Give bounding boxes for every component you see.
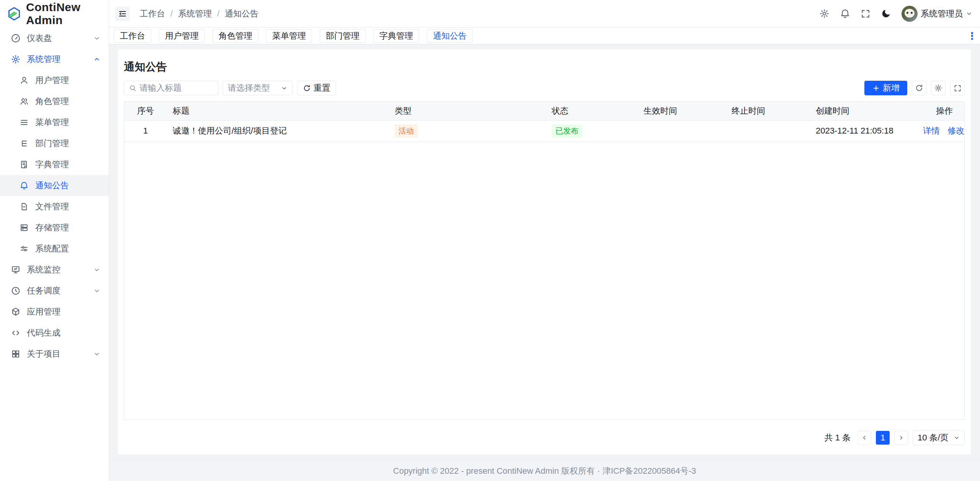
sidebar-item-dashboard[interactable]: 仪表盘 [0,28,109,49]
plus-icon [872,84,880,92]
notifications-button[interactable] [840,8,850,19]
sidebar-item-file-management[interactable]: 文件管理 [0,196,109,217]
tab-workbench[interactable]: 工作台 [114,29,151,43]
search-input-wrapper [124,81,218,95]
tab-role-management[interactable]: 角色管理 [212,29,258,43]
sidebar-item-label: 系统配置 [35,243,69,254]
footer: Copyright © 2022 - present ContiNew Admi… [109,461,980,481]
user-menu[interactable]: 系统管理员 [902,6,972,22]
sidebar-item-user-management[interactable]: 用户管理 [0,70,109,91]
sidebar-item-dictionary-management[interactable]: 字典管理 [0,154,109,175]
cell-effective-time [637,120,725,142]
column-header-end-time: 终止时间 [725,102,810,120]
cell-title: 诚邀！使用公司/组织/项目登记 [167,120,389,142]
chevron-right-icon [898,435,904,441]
users-icon [19,97,29,106]
sidebar-item-role-management[interactable]: 角色管理 [0,91,109,112]
breadcrumb-item-workbench[interactable]: 工作台 [140,8,165,20]
sidebar-item-system-config[interactable]: 系统配置 [0,238,109,259]
page-number-button[interactable]: 1 [876,431,890,445]
menu-fold-icon [118,9,127,18]
refresh-table-button[interactable] [912,81,926,95]
type-select[interactable]: 请选择类型 [223,81,292,95]
breadcrumb-item-system-management[interactable]: 系统管理 [178,8,212,20]
column-settings-button[interactable] [931,81,946,95]
menu-lines-icon [19,118,29,127]
tab-menu-management[interactable]: 菜单管理 [266,29,312,43]
bell-icon [19,181,29,190]
chevron-down-icon [954,435,960,441]
user-icon [19,76,29,85]
notice-table: 序号 标题 类型 状态 生效时间 终止时间 创建时间 操作 [124,101,965,420]
add-button[interactable]: 新增 [864,81,907,95]
sidebar-item-code-generation[interactable]: 代码生成 [0,322,109,343]
sliders-icon [19,244,29,253]
logo[interactable]: ContiNew Admin [0,0,109,28]
tab-more-icon[interactable]: ⋮ [967,31,977,41]
theme-toggle-button[interactable] [881,8,891,19]
tab-notice[interactable]: 通知公告 [427,29,473,43]
previous-page-button[interactable] [858,431,871,445]
tab-user-management[interactable]: 用户管理 [159,29,205,43]
refresh-icon [915,84,923,92]
header-actions: 系统管理员 [819,6,972,22]
expand-icon [954,84,962,92]
sidebar-item-label: 菜单管理 [35,117,69,128]
sidebar-item-label: 仪表盘 [27,33,52,44]
chevron-down-icon [966,10,972,17]
main-column: 工作台 / 系统管理 / 通知公告 [109,0,980,481]
sidebar-item-label: 应用管理 [27,306,60,318]
sidebar-item-label: 角色管理 [35,96,69,107]
tab-department-management[interactable]: 部门管理 [320,29,366,43]
sidebar-item-task-scheduler[interactable]: 任务调度 [0,280,109,301]
bell-icon [840,8,850,19]
chevron-down-icon [93,351,100,357]
gear-icon [934,84,942,92]
sidebar-item-notice[interactable]: 通知公告 [0,175,109,196]
gear-icon [11,54,21,64]
pagination: 共 1 条 1 10 条/页 [124,430,965,445]
page-size-select[interactable]: 10 条/页 [913,430,965,445]
chevron-up-icon [93,56,100,63]
moon-icon [881,8,891,19]
sidebar-item-about-project[interactable]: 关于项目 [0,343,109,364]
file-icon [19,202,29,211]
sidebar-item-department-management[interactable]: 部门管理 [0,133,109,154]
sidebar-item-storage-management[interactable]: 存储管理 [0,217,109,238]
sidebar-item-label: 系统监控 [27,264,60,276]
breadcrumb-item-notice[interactable]: 通知公告 [225,8,258,20]
table-fullscreen-button[interactable] [950,81,965,95]
next-page-button[interactable] [894,431,908,445]
tab-dictionary-management[interactable]: 字典管理 [373,29,419,43]
table-actions: 新增 [864,81,965,95]
total-count: 共 1 条 [825,432,851,443]
sidebar-item-system-monitor[interactable]: 系统监控 [0,259,109,280]
breadcrumb-separator: / [217,9,219,19]
cube-icon [11,307,21,317]
sidebar: ContiNew Admin 仪表盘 [0,0,109,481]
app-root: ContiNew Admin 仪表盘 [0,0,980,481]
sidebar-item-system-management[interactable]: 系统管理 [0,49,109,70]
settings-button[interactable] [819,8,830,19]
sidebar-item-label: 关于项目 [27,348,60,360]
sidebar-item-app-management[interactable]: 应用管理 [0,301,109,322]
logo-icon [7,7,21,21]
type-tag: 活动 [395,124,418,137]
sidebar-item-menu-management[interactable]: 菜单管理 [0,112,109,133]
edit-link[interactable]: 修改 [947,126,964,135]
detail-link[interactable]: 详情 [923,126,940,135]
chevron-down-icon [93,266,100,273]
column-header-status: 状态 [546,102,637,120]
breadcrumb: 工作台 / 系统管理 / 通知公告 [140,8,258,20]
storage-icon [19,223,29,232]
reset-button[interactable]: 重置 [297,81,336,95]
title-search-input[interactable] [139,83,213,93]
status-tag: 已发布 [552,124,582,137]
toolbar: 请选择类型 重置 [124,81,965,95]
sidebar-item-label: 系统管理 [27,54,60,65]
sidebar-collapse-button[interactable] [115,7,130,21]
chevron-down-icon [93,287,100,294]
avatar[interactable] [902,6,918,22]
fullscreen-button[interactable] [861,9,871,19]
gauge-icon [11,33,21,43]
